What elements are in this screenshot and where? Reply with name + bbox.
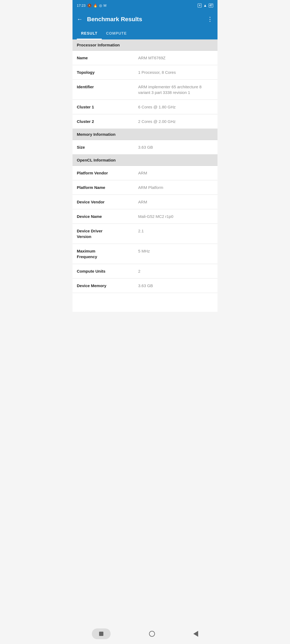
label-identifier: Identifier	[77, 84, 138, 90]
value-size: 3.63 GB	[138, 144, 213, 150]
value-identifier: ARM implementer 65 architecture 8 varian…	[138, 84, 213, 95]
value-device-name: Mali-G52 MC2 r1p0	[138, 214, 213, 219]
main-content: Processor Information Name ARM MT6769Z T…	[73, 39, 218, 312]
label-platform-vendor: Platform Vendor	[77, 170, 138, 176]
row-identifier: Identifier ARM implementer 65 architectu…	[73, 80, 218, 100]
label-max-frequency: MaximumFrequency	[77, 248, 138, 259]
status-time: 17:23	[77, 3, 86, 8]
section-header-memory: Memory Information	[73, 129, 218, 140]
value-compute-units: 2	[138, 268, 213, 274]
row-name: Name ARM MT6769Z	[73, 51, 218, 65]
more-button[interactable]: ⋮	[207, 16, 213, 23]
value-max-frequency: 5 MHz	[138, 248, 213, 254]
back-button[interactable]: ←	[77, 16, 83, 23]
battery-icon: 47	[209, 3, 213, 8]
value-device-vendor: ARM	[138, 199, 213, 205]
value-topology: 1 Processor, 8 Cores	[138, 69, 213, 75]
value-cluster1: 6 Cores @ 1.80 GHz	[138, 104, 213, 110]
row-platform-name: Platform Name ARM Platform	[73, 180, 218, 195]
status-right: ✕ ▲ 47	[198, 3, 213, 8]
section-header-processor: Processor Information	[73, 39, 218, 51]
mute-icon: 🔕	[87, 3, 92, 8]
label-cluster2: Cluster 2	[77, 119, 138, 124]
label-device-name: Device Name	[77, 214, 138, 219]
location-icon: ◎	[99, 3, 102, 8]
row-cluster1: Cluster 1 6 Cores @ 1.80 GHz	[73, 100, 218, 114]
x-icon: ✕	[198, 3, 202, 8]
status-left: 17:23 🔕 🔥 ◎ M	[77, 3, 106, 8]
page-title: Benchmark Results	[87, 16, 207, 23]
status-bar: 17:23 🔕 🔥 ◎ M ✕ ▲ 47	[73, 0, 218, 11]
label-platform-name: Platform Name	[77, 185, 138, 190]
value-platform-name: ARM Platform	[138, 185, 213, 190]
row-max-frequency: MaximumFrequency 5 MHz	[73, 244, 218, 264]
row-compute-units: Compute Units 2	[73, 264, 218, 279]
label-compute-units: Compute Units	[77, 268, 138, 274]
row-device-name: Device Name Mali-G52 MC2 r1p0	[73, 209, 218, 224]
row-cluster2: Cluster 2 2 Cores @ 2.00 GHz	[73, 114, 218, 129]
label-size: Size	[77, 144, 138, 150]
section-header-opencl: OpenCL Information	[73, 155, 218, 166]
wifi-icon: ▲	[203, 3, 207, 8]
tab-compute[interactable]: COMPUTE	[102, 28, 131, 39]
label-topology: Topology	[77, 69, 138, 75]
value-platform-vendor: ARM	[138, 170, 213, 176]
tabs-bar: RESULT COMPUTE	[73, 28, 218, 39]
value-name: ARM MT6769Z	[138, 55, 213, 61]
row-device-vendor: Device Vendor ARM	[73, 195, 218, 209]
gmail-icon: M	[104, 3, 107, 8]
value-device-memory: 3.63 GB	[138, 283, 213, 288]
tab-result[interactable]: RESULT	[77, 28, 102, 39]
value-driver-version: 2.1	[138, 228, 213, 234]
label-driver-version: Device DriverVersion	[77, 228, 138, 239]
value-cluster2: 2 Cores @ 2.00 GHz	[138, 119, 213, 124]
row-size: Size 3.63 GB	[73, 140, 218, 155]
fire-icon: 🔥	[93, 3, 97, 8]
label-device-memory: Device Memory	[77, 283, 138, 288]
row-platform-vendor: Platform Vendor ARM	[73, 166, 218, 180]
label-device-vendor: Device Vendor	[77, 199, 138, 205]
toolbar: ← Benchmark Results ⋮	[73, 11, 218, 28]
row-device-memory: Device Memory 3.63 GB	[73, 279, 218, 293]
row-driver-version: Device DriverVersion 2.1	[73, 224, 218, 244]
label-name: Name	[77, 55, 138, 61]
row-topology: Topology 1 Processor, 8 Cores	[73, 65, 218, 80]
label-cluster1: Cluster 1	[77, 104, 138, 110]
